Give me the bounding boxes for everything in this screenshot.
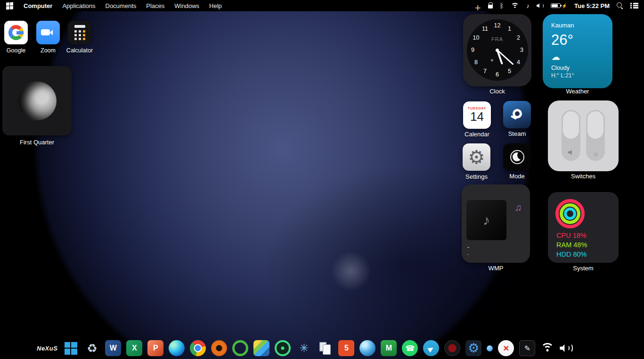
- weather-high-low: H:° L:21°: [551, 72, 612, 79]
- chrome-browser-icon[interactable]: [190, 340, 206, 356]
- clock-widget[interactable]: 12 1 2 3 4 5 6 7 8 9 10 11 FRA +: [463, 14, 531, 86]
- first-quarter-widget[interactable]: [2, 66, 72, 135]
- wmp-track-artist: -: [467, 251, 469, 257]
- blue-snowflake-app-icon[interactable]: ✳: [296, 340, 312, 356]
- system-widget[interactable]: CPU 18% RAM 48% HDD 80%: [548, 192, 619, 263]
- clock-number: 3: [518, 47, 526, 53]
- color-layers-app-icon[interactable]: [253, 340, 269, 356]
- excel-icon[interactable]: X: [126, 340, 142, 356]
- music-note-icon: ♪: [483, 212, 490, 228]
- screen-recorder-icon[interactable]: [444, 340, 460, 356]
- gear-icon: ⚙: [468, 148, 485, 167]
- menu-places[interactable]: Places: [146, 2, 164, 9]
- desktop-icon-calculator[interactable]: Calculator: [64, 21, 95, 54]
- desktop-icon-google[interactable]: Google: [0, 21, 32, 54]
- weather-temperature: 26°: [551, 32, 612, 49]
- zoom-label: Zoom: [33, 47, 64, 54]
- desktop: Computer Applications Documents Places W…: [0, 0, 644, 359]
- clock-plus-mark: +: [490, 57, 494, 64]
- google-label: Google: [0, 47, 32, 54]
- switches-widget-label: Switches: [548, 173, 619, 180]
- weather-condition: Cloudy: [551, 65, 612, 71]
- speaker-icon[interactable]: [537, 3, 544, 9]
- clock-center-cap: [496, 49, 499, 52]
- lock-icon[interactable]: [488, 5, 493, 8]
- wifi-signal-icon[interactable]: [540, 343, 554, 354]
- start-menu-icon[interactable]: [63, 340, 79, 356]
- weather-widget[interactable]: Kauman 26° ☁ Cloudy H:° L:21°: [543, 14, 612, 88]
- steam-widget-label: Steam: [503, 130, 531, 137]
- clock-number: 12: [494, 22, 501, 29]
- menu-applications[interactable]: Applications: [62, 2, 95, 9]
- google-icon: [4, 21, 28, 44]
- menubar-status-area: + ᛒ ♪ ⚡ Tue 5:22 PM: [475, 1, 638, 10]
- recycle-bin-icon[interactable]: ♻: [84, 340, 100, 356]
- clock-number: 8: [473, 59, 480, 66]
- ram-usage: RAM 48%: [556, 241, 587, 249]
- menu-documents[interactable]: Documents: [106, 2, 137, 9]
- menubar-menus: Computer Applications Documents Places W…: [24, 2, 222, 9]
- green-m-app-icon[interactable]: M: [381, 340, 397, 356]
- search-icon[interactable]: [617, 2, 623, 9]
- pen-tool-app-icon[interactable]: ✎: [519, 340, 535, 356]
- wmp-widget[interactable]: ♪ ♫ - -: [462, 184, 530, 263]
- clock-number: 9: [469, 47, 477, 53]
- calculator-label: Calculator: [64, 47, 95, 54]
- weather-city: Kauman: [551, 22, 612, 29]
- background-app-dot-icon[interactable]: [487, 345, 493, 351]
- taskbar: NeXuS ♻ W X P ✳ 5 M ☎ ▶ ⚙ × ✎: [37, 338, 574, 359]
- bluetooth-icon[interactable]: ᛒ: [500, 2, 504, 9]
- crosshair-icon: +: [475, 6, 481, 10]
- album-art: ♪: [466, 200, 506, 240]
- menu-computer[interactable]: Computer: [24, 2, 52, 9]
- pencil-icon: ✎: [524, 344, 530, 353]
- menu-list-icon[interactable]: [630, 3, 638, 9]
- clock-city-code: FRA: [467, 36, 528, 42]
- settings-gear-icon[interactable]: ⚙: [465, 340, 481, 356]
- brightness-toggle[interactable]: ☼: [586, 110, 605, 161]
- mode-widget-label: Mode: [503, 173, 531, 180]
- steam-icon: [511, 109, 523, 121]
- wmp-widget-label: WMP: [462, 265, 530, 272]
- clock-face: 12 1 2 3 4 5 6 7 8 9 10 11 FRA +: [467, 19, 528, 81]
- documents-copy-icon[interactable]: [317, 340, 333, 356]
- green-ring-app-icon[interactable]: [232, 340, 248, 356]
- calculator-icon: [68, 21, 91, 44]
- charging-bolt-icon: ⚡: [562, 3, 567, 8]
- edge-browser-icon[interactable]: [169, 340, 185, 356]
- battery-icon[interactable]: ⚡: [551, 3, 567, 8]
- music-note-icon[interactable]: ♪: [526, 2, 530, 9]
- paper-plane-icon: ▶: [427, 344, 434, 353]
- blue-sphere-app-icon[interactable]: [359, 340, 375, 356]
- whatsapp-icon[interactable]: ☎: [402, 340, 418, 356]
- calendar-widget[interactable]: TUESDAY 14: [463, 101, 491, 129]
- menubar-clock[interactable]: Tue 5:22 PM: [574, 2, 610, 9]
- clock-number: 4: [515, 59, 522, 66]
- red-x-app-icon[interactable]: ×: [498, 340, 514, 356]
- moon-image: [18, 82, 57, 120]
- desktop-icon-zoom[interactable]: Zoom: [33, 21, 64, 54]
- volume-toggle[interactable]: [562, 110, 580, 161]
- mode-icon: [510, 150, 524, 164]
- clock-number: 6: [494, 71, 501, 78]
- zoom-icon: [36, 21, 60, 44]
- word-icon[interactable]: W: [105, 340, 121, 356]
- mode-widget[interactable]: [503, 143, 531, 171]
- switches-widget: ☼: [548, 100, 619, 171]
- android-studio-icon[interactable]: [275, 340, 291, 356]
- settings-widget[interactable]: ⚙: [463, 143, 490, 171]
- itunes-note-icon: ♫: [514, 202, 522, 213]
- menu-windows[interactable]: Windows: [174, 2, 199, 9]
- nexus-dock-logo[interactable]: NeXuS: [37, 340, 57, 356]
- orange-swirl-app-icon[interactable]: [211, 340, 227, 356]
- html5-app-icon[interactable]: 5: [338, 340, 354, 356]
- volume-speaker-icon[interactable]: [560, 342, 574, 354]
- windows-logo-icon[interactable]: [6, 2, 13, 9]
- clock-number: 1: [506, 25, 514, 32]
- telegram-icon[interactable]: ▶: [423, 340, 439, 356]
- wifi-icon[interactable]: [511, 3, 519, 9]
- steam-widget[interactable]: [503, 101, 531, 128]
- menu-help[interactable]: Help: [209, 2, 222, 9]
- system-widget-label: System: [548, 265, 619, 272]
- powerpoint-icon[interactable]: P: [147, 340, 163, 356]
